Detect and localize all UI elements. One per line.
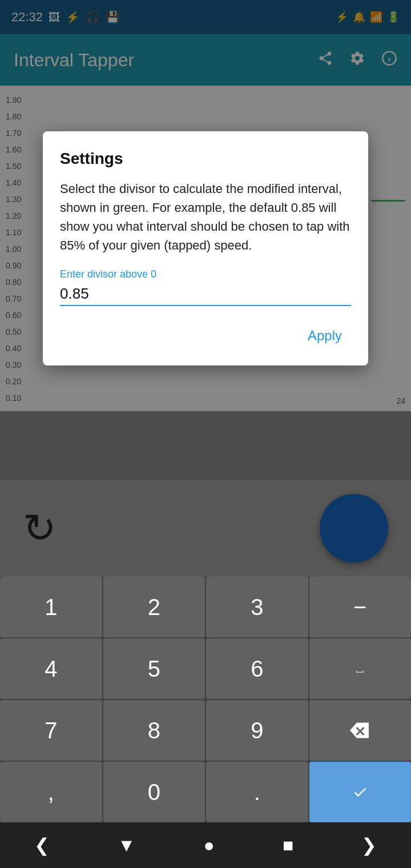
nav-home-icon[interactable]: ● xyxy=(203,835,214,856)
key-0[interactable]: 0 xyxy=(103,762,206,822)
backspace-icon[interactable] xyxy=(309,700,412,761)
nav-dropdown-icon[interactable]: ▼ xyxy=(118,835,136,856)
nav-back-icon[interactable]: ❮ xyxy=(34,834,50,856)
input-label: Enter divisor above 0 xyxy=(60,268,351,280)
key-6[interactable]: 6 xyxy=(206,638,308,699)
apply-button[interactable]: Apply xyxy=(299,323,351,348)
settings-dialog: Settings Select the divisor to calculate… xyxy=(43,131,368,365)
key-comma[interactable]: , xyxy=(0,762,102,822)
key-5[interactable]: 5 xyxy=(103,638,206,699)
divisor-input[interactable] xyxy=(60,285,351,303)
key-1[interactable]: 1 xyxy=(0,577,102,637)
key-4[interactable]: 4 xyxy=(0,638,102,699)
dialog-actions: Apply xyxy=(60,323,351,348)
dialog-title: Settings xyxy=(60,150,351,168)
enter-key[interactable] xyxy=(309,762,412,822)
divisor-input-wrapper xyxy=(60,285,351,306)
key-3[interactable]: 3 xyxy=(206,577,308,637)
key-minus[interactable]: − xyxy=(309,577,412,637)
key-7[interactable]: 7 xyxy=(0,700,102,761)
nav-bar: ❮ ▼ ● ■ ❯ xyxy=(0,822,411,868)
key-9[interactable]: 9 xyxy=(206,700,308,761)
dialog-body: Select the divisor to calculate the modi… xyxy=(60,179,351,255)
nav-recents-icon[interactable]: ■ xyxy=(283,835,293,856)
key-8[interactable]: 8 xyxy=(103,700,206,761)
key-space[interactable]: ⎵ xyxy=(309,638,412,699)
key-2[interactable]: 2 xyxy=(103,577,206,637)
nav-forward-icon[interactable]: ❯ xyxy=(361,834,377,856)
key-dot[interactable]: . xyxy=(206,762,308,822)
numeric-keyboard: 1 2 3 − 4 5 6 ⎵ 7 8 9 , 0 . xyxy=(0,577,411,822)
